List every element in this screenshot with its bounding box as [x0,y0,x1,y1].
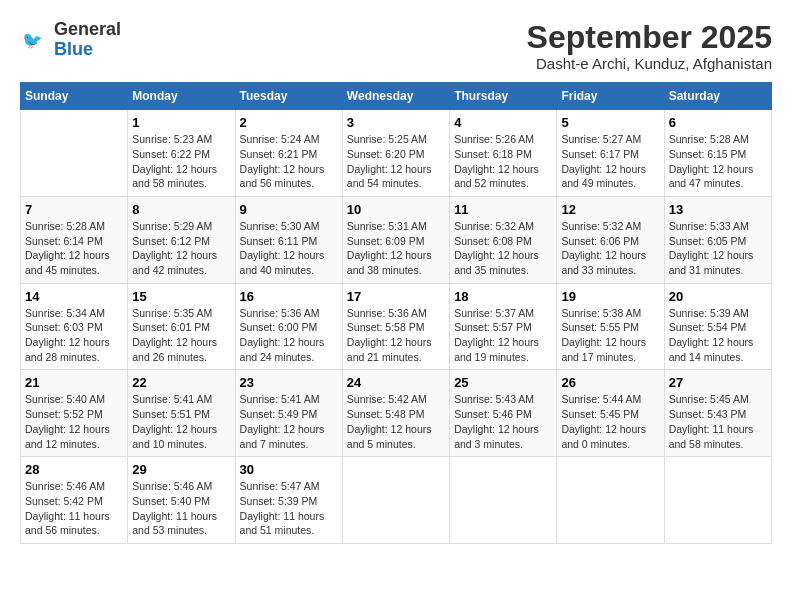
day-number: 18 [454,289,552,304]
day-info: Sunrise: 5:32 AMSunset: 6:08 PMDaylight:… [454,219,552,278]
calendar-cell: 26Sunrise: 5:44 AMSunset: 5:45 PMDayligh… [557,370,664,457]
logo-text: General Blue [54,20,121,60]
day-info: Sunrise: 5:43 AMSunset: 5:46 PMDaylight:… [454,392,552,451]
day-number: 11 [454,202,552,217]
day-number: 20 [669,289,767,304]
day-number: 26 [561,375,659,390]
calendar-cell: 16Sunrise: 5:36 AMSunset: 6:00 PMDayligh… [235,283,342,370]
day-info: Sunrise: 5:46 AMSunset: 5:42 PMDaylight:… [25,479,123,538]
calendar-cell: 19Sunrise: 5:38 AMSunset: 5:55 PMDayligh… [557,283,664,370]
calendar-cell [21,110,128,197]
svg-text:🐦: 🐦 [22,30,43,51]
day-info: Sunrise: 5:34 AMSunset: 6:03 PMDaylight:… [25,306,123,365]
day-number: 17 [347,289,445,304]
header-day: Friday [557,83,664,110]
day-info: Sunrise: 5:26 AMSunset: 6:18 PMDaylight:… [454,132,552,191]
day-info: Sunrise: 5:41 AMSunset: 5:51 PMDaylight:… [132,392,230,451]
calendar-table: SundayMondayTuesdayWednesdayThursdayFrid… [20,82,772,544]
day-info: Sunrise: 5:27 AMSunset: 6:17 PMDaylight:… [561,132,659,191]
calendar-cell: 18Sunrise: 5:37 AMSunset: 5:57 PMDayligh… [450,283,557,370]
day-number: 13 [669,202,767,217]
calendar-cell: 4Sunrise: 5:26 AMSunset: 6:18 PMDaylight… [450,110,557,197]
day-number: 9 [240,202,338,217]
day-info: Sunrise: 5:40 AMSunset: 5:52 PMDaylight:… [25,392,123,451]
calendar-cell: 2Sunrise: 5:24 AMSunset: 6:21 PMDaylight… [235,110,342,197]
day-number: 19 [561,289,659,304]
calendar-cell: 8Sunrise: 5:29 AMSunset: 6:12 PMDaylight… [128,196,235,283]
day-info: Sunrise: 5:44 AMSunset: 5:45 PMDaylight:… [561,392,659,451]
day-info: Sunrise: 5:24 AMSunset: 6:21 PMDaylight:… [240,132,338,191]
calendar-cell: 9Sunrise: 5:30 AMSunset: 6:11 PMDaylight… [235,196,342,283]
calendar-cell: 29Sunrise: 5:46 AMSunset: 5:40 PMDayligh… [128,457,235,544]
calendar-cell: 1Sunrise: 5:23 AMSunset: 6:22 PMDaylight… [128,110,235,197]
calendar-cell: 12Sunrise: 5:32 AMSunset: 6:06 PMDayligh… [557,196,664,283]
day-number: 23 [240,375,338,390]
calendar-cell: 23Sunrise: 5:41 AMSunset: 5:49 PMDayligh… [235,370,342,457]
calendar-cell: 14Sunrise: 5:34 AMSunset: 6:03 PMDayligh… [21,283,128,370]
page-header: 🐦 General Blue September 2025 Dasht-e Ar… [20,20,772,72]
calendar-cell: 3Sunrise: 5:25 AMSunset: 6:20 PMDaylight… [342,110,449,197]
logo-icon: 🐦 [20,25,50,55]
day-number: 16 [240,289,338,304]
calendar-cell: 21Sunrise: 5:40 AMSunset: 5:52 PMDayligh… [21,370,128,457]
calendar-week-row: 14Sunrise: 5:34 AMSunset: 6:03 PMDayligh… [21,283,772,370]
calendar-week-row: 7Sunrise: 5:28 AMSunset: 6:14 PMDaylight… [21,196,772,283]
day-number: 27 [669,375,767,390]
day-number: 30 [240,462,338,477]
calendar-subtitle: Dasht-e Archi, Kunduz, Afghanistan [527,55,772,72]
calendar-cell: 15Sunrise: 5:35 AMSunset: 6:01 PMDayligh… [128,283,235,370]
day-number: 3 [347,115,445,130]
day-number: 5 [561,115,659,130]
day-info: Sunrise: 5:38 AMSunset: 5:55 PMDaylight:… [561,306,659,365]
calendar-cell [664,457,771,544]
day-info: Sunrise: 5:28 AMSunset: 6:15 PMDaylight:… [669,132,767,191]
day-number: 8 [132,202,230,217]
header-day: Monday [128,83,235,110]
day-number: 7 [25,202,123,217]
day-number: 21 [25,375,123,390]
calendar-cell: 6Sunrise: 5:28 AMSunset: 6:15 PMDaylight… [664,110,771,197]
calendar-cell [557,457,664,544]
day-number: 12 [561,202,659,217]
day-info: Sunrise: 5:41 AMSunset: 5:49 PMDaylight:… [240,392,338,451]
day-number: 4 [454,115,552,130]
calendar-cell: 27Sunrise: 5:45 AMSunset: 5:43 PMDayligh… [664,370,771,457]
calendar-cell: 25Sunrise: 5:43 AMSunset: 5:46 PMDayligh… [450,370,557,457]
day-info: Sunrise: 5:32 AMSunset: 6:06 PMDaylight:… [561,219,659,278]
header-day: Sunday [21,83,128,110]
header-row: SundayMondayTuesdayWednesdayThursdayFrid… [21,83,772,110]
day-number: 6 [669,115,767,130]
day-info: Sunrise: 5:23 AMSunset: 6:22 PMDaylight:… [132,132,230,191]
day-info: Sunrise: 5:36 AMSunset: 6:00 PMDaylight:… [240,306,338,365]
day-info: Sunrise: 5:39 AMSunset: 5:54 PMDaylight:… [669,306,767,365]
calendar-week-row: 1Sunrise: 5:23 AMSunset: 6:22 PMDaylight… [21,110,772,197]
day-info: Sunrise: 5:36 AMSunset: 5:58 PMDaylight:… [347,306,445,365]
day-info: Sunrise: 5:31 AMSunset: 6:09 PMDaylight:… [347,219,445,278]
calendar-title: September 2025 [527,20,772,55]
calendar-cell: 22Sunrise: 5:41 AMSunset: 5:51 PMDayligh… [128,370,235,457]
day-info: Sunrise: 5:45 AMSunset: 5:43 PMDaylight:… [669,392,767,451]
calendar-cell: 10Sunrise: 5:31 AMSunset: 6:09 PMDayligh… [342,196,449,283]
day-number: 25 [454,375,552,390]
day-number: 29 [132,462,230,477]
day-number: 22 [132,375,230,390]
day-info: Sunrise: 5:47 AMSunset: 5:39 PMDaylight:… [240,479,338,538]
calendar-cell: 7Sunrise: 5:28 AMSunset: 6:14 PMDaylight… [21,196,128,283]
calendar-cell: 17Sunrise: 5:36 AMSunset: 5:58 PMDayligh… [342,283,449,370]
day-number: 28 [25,462,123,477]
day-number: 1 [132,115,230,130]
calendar-body: 1Sunrise: 5:23 AMSunset: 6:22 PMDaylight… [21,110,772,544]
day-info: Sunrise: 5:28 AMSunset: 6:14 PMDaylight:… [25,219,123,278]
calendar-cell: 5Sunrise: 5:27 AMSunset: 6:17 PMDaylight… [557,110,664,197]
calendar-week-row: 28Sunrise: 5:46 AMSunset: 5:42 PMDayligh… [21,457,772,544]
header-day: Saturday [664,83,771,110]
calendar-cell: 30Sunrise: 5:47 AMSunset: 5:39 PMDayligh… [235,457,342,544]
calendar-cell: 13Sunrise: 5:33 AMSunset: 6:05 PMDayligh… [664,196,771,283]
day-info: Sunrise: 5:37 AMSunset: 5:57 PMDaylight:… [454,306,552,365]
title-block: September 2025 Dasht-e Archi, Kunduz, Af… [527,20,772,72]
calendar-cell: 20Sunrise: 5:39 AMSunset: 5:54 PMDayligh… [664,283,771,370]
logo: 🐦 General Blue [20,20,121,60]
header-day: Thursday [450,83,557,110]
calendar-cell: 24Sunrise: 5:42 AMSunset: 5:48 PMDayligh… [342,370,449,457]
day-number: 15 [132,289,230,304]
